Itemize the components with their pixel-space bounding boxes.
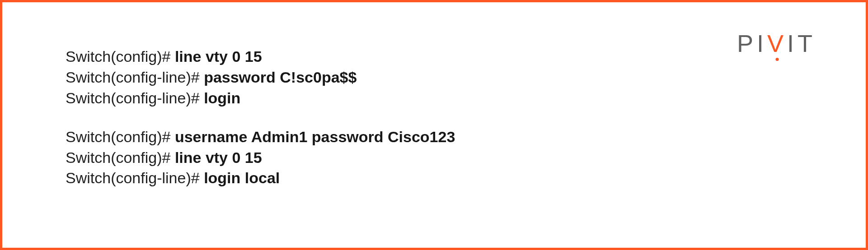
cli-prompt: Switch(config)# (66, 48, 175, 65)
cli-command: login local (204, 169, 280, 186)
cli-command: username Admin1 password Cisco123 (175, 128, 455, 145)
brand-v-icon: V (767, 29, 787, 57)
cli-prompt: Switch(config)# (66, 149, 175, 166)
config-line: Switch(config)# line vty 0 15 (66, 46, 455, 67)
cli-prompt: Switch(config)# (66, 128, 175, 145)
cli-prompt: Switch(config-line)# (66, 169, 204, 186)
cli-prompt: Switch(config-line)# (66, 69, 204, 86)
brand-dot-icon (775, 58, 779, 61)
config-line: Switch(config)# line vty 0 15 (66, 148, 455, 168)
brand-logo: PIVIT (737, 29, 816, 57)
config-line: Switch(config-line)# password C!sc0pa$$ (66, 67, 455, 88)
config-line: Switch(config-line)# login (66, 88, 455, 109)
block-separator (66, 109, 455, 127)
code-content: Switch(config)# line vty 0 15 Switch(con… (66, 46, 455, 189)
cli-command: line vty 0 15 (175, 149, 262, 166)
config-line: Switch(config)# username Admin1 password… (66, 127, 455, 148)
cli-command: password C!sc0pa$$ (204, 69, 357, 86)
cli-command: line vty 0 15 (175, 48, 262, 65)
brand-text-left: PI (737, 30, 767, 57)
brand-text-right: IT (787, 30, 816, 57)
document-frame: PIVIT Switch(config)# line vty 0 15 Swit… (0, 0, 868, 250)
cli-command: login (204, 89, 240, 106)
config-line: Switch(config-line)# login local (66, 168, 455, 189)
cli-prompt: Switch(config-line)# (66, 89, 204, 106)
